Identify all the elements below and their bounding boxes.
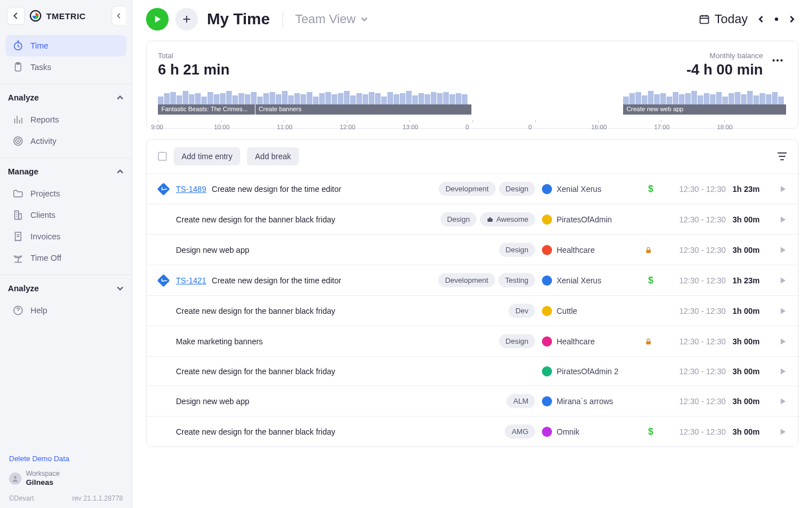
timeline[interactable]: Fantastic Beasts: The Crimes...Create ba… [158, 89, 787, 121]
tag[interactable]: Testing [498, 273, 535, 287]
time-entry-row[interactable]: Make marketing bannersDesignHealthcare12… [147, 326, 798, 356]
tag[interactable]: ALM [506, 394, 535, 408]
svg-point-6 [17, 141, 19, 142]
today-dot-button[interactable] [775, 17, 778, 21]
time-entry-row[interactable]: Design new web appALMMirana`s arrows12:3… [147, 386, 798, 416]
today-button[interactable]: Today [699, 12, 748, 27]
entry-duration: 3h 00m [732, 246, 772, 255]
stopwatch-icon [12, 40, 24, 51]
tag[interactable]: Development [438, 273, 495, 287]
sidebar-item-reports[interactable]: Reports [6, 109, 126, 130]
add-break-button[interactable]: Add break [247, 147, 299, 165]
sidebar-item-label: Invoices [30, 232, 60, 241]
timeline-track[interactable]: Create new web app [623, 104, 787, 115]
project-name: Healthcare [557, 246, 595, 255]
add-button[interactable] [175, 8, 198, 30]
tag[interactable]: AMG [505, 424, 535, 439]
back-button[interactable] [7, 7, 25, 25]
sidebar-item-tasks[interactable]: Tasks [6, 56, 126, 78]
section-manage[interactable]: Manage [0, 160, 132, 179]
next-day-button[interactable] [785, 12, 798, 26]
entry-duration: 1h 23m [732, 276, 772, 285]
team-view-dropdown[interactable]: Team View [295, 12, 368, 27]
ticket-link[interactable]: TS-1421 [176, 276, 206, 285]
tag[interactable]: Development [439, 182, 496, 196]
select-all-checkbox[interactable] [158, 152, 167, 161]
ticket-link[interactable]: TS-1489 [176, 185, 206, 194]
project-name: PiratesOfAdmin [557, 215, 612, 224]
clipboard-icon [12, 62, 24, 73]
sidebar-item-time[interactable]: Time [6, 35, 126, 56]
chevron-down-icon [116, 284, 124, 292]
svg-point-13 [776, 59, 779, 62]
page-title: My Time [207, 10, 270, 28]
play-entry-button[interactable] [779, 397, 787, 405]
entry-title: Create new design for the banner black f… [176, 427, 336, 436]
project-dot [542, 427, 552, 437]
brand-logo[interactable]: TMETRIC [29, 10, 108, 22]
add-time-entry-button[interactable]: Add time entry [174, 147, 240, 165]
play-entry-button[interactable] [779, 367, 787, 375]
play-entry-button[interactable] [779, 277, 787, 284]
section-analyze-2[interactable]: Analyze [0, 277, 132, 296]
tag[interactable]: Design [499, 243, 535, 257]
sort-button[interactable] [778, 152, 787, 160]
svg-rect-7 [15, 211, 19, 220]
timeline-track[interactable]: Create banners [255, 104, 473, 115]
sidebar-item-label: Help [30, 306, 47, 315]
entry-title: Design new web app [176, 246, 249, 255]
start-timer-button[interactable] [146, 8, 169, 30]
workspace-selector[interactable]: Workspace Gilneas [9, 470, 123, 488]
tag[interactable]: Design [440, 212, 476, 226]
project-name: PiratesOfAdmin 2 [557, 367, 619, 376]
play-entry-button[interactable] [779, 428, 787, 436]
building-icon [12, 209, 24, 221]
tag[interactable]: Design [499, 334, 535, 348]
project-dot [542, 366, 552, 376]
svg-rect-15 [488, 218, 493, 222]
section-analyze[interactable]: Analyze [0, 86, 132, 106]
time-entry-row[interactable]: Create new design for the banner black f… [147, 356, 798, 386]
tag[interactable]: Dev [509, 304, 535, 318]
project-dot [542, 306, 552, 316]
sidebar-item-timeoff[interactable]: Time Off [6, 247, 126, 269]
copyright-text: ©Devart [9, 494, 34, 502]
play-entry-button[interactable] [779, 307, 787, 315]
sidebar: TMETRIC Time Tasks Analyze Reports Activ… [0, 0, 133, 508]
entry-times: 12:30 - 12:30 [664, 215, 726, 224]
time-entry-row[interactable]: Design new web appDesignHealthcare12:30 … [147, 234, 798, 265]
sidebar-item-invoices[interactable]: Invoices [6, 226, 126, 247]
collapse-sidebar-button[interactable] [112, 7, 126, 25]
sidebar-item-activity[interactable]: Activity [6, 130, 126, 152]
sidebar-item-clients[interactable]: Clients [6, 204, 126, 226]
sidebar-item-label: Time Off [30, 253, 61, 262]
prev-day-button[interactable] [754, 12, 768, 26]
time-entry-row[interactable]: TS-1489 Create new design for the time e… [147, 173, 798, 204]
play-entry-button[interactable] [779, 185, 787, 193]
entry-times: 12:30 - 12:30 [664, 427, 726, 436]
time-entry-row[interactable]: Create new design for the banner black f… [147, 295, 798, 326]
calendar-icon [699, 14, 710, 25]
play-entry-button[interactable] [779, 246, 787, 254]
billable-icon: $ [645, 275, 657, 286]
more-button[interactable] [769, 51, 787, 69]
time-entry-row[interactable]: Create new design for the banner black f… [147, 416, 798, 446]
tag[interactable]: Awesome [480, 212, 535, 226]
svg-rect-17 [646, 341, 651, 344]
summary-card: Total 6 h 21 min Monthly balance -4 h 00… [146, 41, 798, 129]
project-name: Healthcare [557, 337, 595, 346]
sidebar-item-help[interactable]: Help [6, 300, 126, 321]
project-dot [542, 275, 552, 286]
delete-demo-link[interactable]: Delete Demo Data [9, 454, 123, 463]
billable-icon: $ [645, 427, 657, 437]
time-entry-row[interactable]: TS-1421 Create new design for the time e… [147, 265, 798, 295]
sidebar-item-label: Activity [30, 137, 56, 146]
entry-times: 12:30 - 12:30 [664, 367, 726, 376]
play-entry-button[interactable] [779, 216, 787, 224]
billable-icon: $ [645, 184, 657, 194]
sidebar-item-projects[interactable]: Projects [6, 183, 126, 204]
time-entry-row[interactable]: Create new design for the banner black f… [147, 204, 798, 234]
timeline-track[interactable]: Fantastic Beasts: The Crimes... [158, 104, 255, 115]
play-entry-button[interactable] [779, 338, 787, 345]
tag[interactable]: Design [499, 182, 535, 196]
